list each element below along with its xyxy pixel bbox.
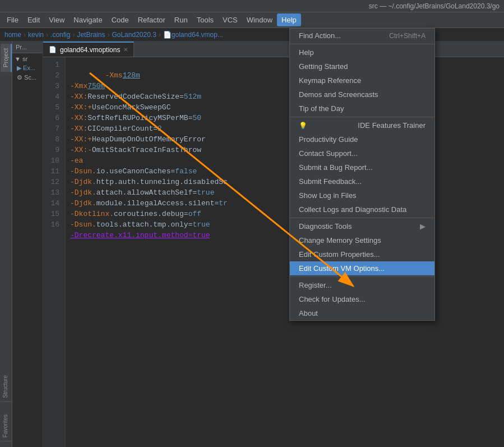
- separator-4: [290, 277, 434, 277]
- menu-edit[interactable]: Edit: [23, 13, 44, 26]
- project-panel-header: Pr...: [12, 42, 43, 53]
- menu-item-show-log[interactable]: Show Log in Files: [290, 188, 434, 202]
- ide-trainer-label: IDE Features Trainer: [358, 121, 426, 130]
- demos-label: Demos and Screencasts: [299, 90, 378, 99]
- tab-close-button[interactable]: ✕: [123, 47, 128, 53]
- check-updates-label: Check for Updates...: [299, 295, 366, 303]
- submenu-arrow-icon: ▶: [420, 222, 426, 231]
- menu-item-custom-vm[interactable]: Edit Custom VM Options...: [290, 261, 434, 275]
- custom-vm-label: Edit Custom VM Options...: [299, 264, 385, 273]
- sidebar-tab-structure[interactable]: Structure: [1, 372, 12, 402]
- contact-label: Contact Support...: [299, 149, 358, 158]
- diagnostic-tools-label: Diagnostic Tools: [299, 222, 352, 231]
- menu-file[interactable]: File: [2, 13, 23, 26]
- menu-item-contact[interactable]: Contact Support...: [290, 146, 434, 160]
- keymap-label: Keymap Reference: [299, 76, 361, 85]
- find-action-shortcut: Ctrl+Shift+A: [389, 32, 426, 40]
- menu-view[interactable]: View: [44, 13, 69, 26]
- menu-item-check-updates[interactable]: Check for Updates...: [290, 292, 434, 306]
- menu-help[interactable]: Help: [277, 13, 301, 26]
- menu-item-productivity[interactable]: Productivity Guide: [290, 132, 434, 146]
- breadcrumb-goland[interactable]: GoLand2020.3: [112, 31, 156, 39]
- menu-item-feedback[interactable]: Submit Feedback...: [290, 174, 434, 188]
- menu-tools[interactable]: Tools: [192, 13, 218, 26]
- help-dropdown-menu: Find Action... Ctrl+Shift+A Help Getting…: [289, 28, 435, 321]
- line-numbers: 1 2 3 4 5 6 7 8 9 10 11 12 13 14 15 16: [43, 57, 66, 447]
- menu-item-change-memory[interactable]: Change Memory Settings: [290, 233, 434, 247]
- breadcrumb-kevin[interactable]: kevin: [28, 31, 44, 39]
- left-sidebar: Project Structure Favorites: [0, 42, 12, 447]
- breadcrumb-jetbrains[interactable]: JetBrains: [77, 31, 105, 39]
- menu-item-collect-logs[interactable]: Collect Logs and Diagnostic Data: [290, 202, 434, 216]
- project-panel: Pr... ▼ sr ▶ Ex... ⚙ Sc...: [12, 42, 43, 447]
- menu-refactor[interactable]: Refactor: [133, 13, 170, 26]
- menu-navigate[interactable]: Navigate: [69, 13, 107, 26]
- tree-item-sc[interactable]: ⚙ Sc...: [12, 73, 43, 82]
- about-label: About: [299, 309, 318, 317]
- title-bar: src — ~/.config/JetBrains/GoLand2020.3/g…: [0, 0, 504, 12]
- ide-trainer-icon: 💡: [299, 122, 307, 130]
- custom-props-label: Edit Custom Properties...: [299, 250, 380, 259]
- menu-item-ide-trainer[interactable]: 💡 IDE Features Trainer: [290, 118, 434, 132]
- find-action-label: Find Action...: [299, 31, 341, 40]
- breadcrumb-config[interactable]: .config: [50, 31, 70, 39]
- code-content[interactable]: -Xms128m -Xmx750m -XX:ReservedCodeCacheS…: [66, 57, 504, 447]
- tab-filename: goland64.vmoptions: [60, 46, 120, 54]
- sidebar-tab-favorites[interactable]: Favorites: [1, 411, 12, 441]
- menu-item-tip[interactable]: Tip of the Day: [290, 102, 434, 116]
- menu-item-register[interactable]: Register...: [290, 278, 434, 292]
- project-panel-title: Pr...: [16, 44, 27, 50]
- menu-code[interactable]: Code: [107, 13, 133, 26]
- show-log-label: Show Log in Files: [299, 191, 357, 200]
- menu-item-custom-props[interactable]: Edit Custom Properties...: [290, 247, 434, 261]
- menu-bar: File Edit View Navigate Code Refactor Ru…: [0, 12, 504, 28]
- breadcrumb-home[interactable]: home: [4, 31, 21, 39]
- change-memory-label: Change Memory Settings: [299, 236, 381, 245]
- breadcrumb-filename[interactable]: goland64.vmop...: [172, 31, 223, 39]
- sidebar-tab-project[interactable]: Project: [1, 44, 12, 72]
- menu-item-about[interactable]: About: [290, 306, 434, 320]
- help-label: Help: [299, 48, 314, 57]
- menu-run[interactable]: Run: [170, 13, 192, 26]
- collect-logs-label: Collect Logs and Diagnostic Data: [299, 205, 406, 214]
- tip-label: Tip of the Day: [299, 104, 344, 113]
- menu-item-find-action[interactable]: Find Action... Ctrl+Shift+A: [290, 29, 434, 43]
- breadcrumb-file-icon: 📄: [163, 31, 172, 39]
- title-text: src — ~/.config/JetBrains/GoLand2020.3/g…: [369, 2, 500, 10]
- separator-3: [290, 218, 434, 218]
- feedback-label: Submit Feedback...: [299, 177, 362, 186]
- separator-2: [290, 117, 434, 117]
- menu-item-getting-started[interactable]: Getting Started: [290, 59, 434, 73]
- tree-item-sr[interactable]: ▼ sr: [12, 54, 43, 63]
- menu-vcs[interactable]: VCS: [218, 13, 242, 26]
- getting-started-label: Getting Started: [299, 62, 348, 71]
- menu-item-help[interactable]: Help: [290, 45, 434, 59]
- register-label: Register...: [299, 281, 332, 289]
- menu-item-demos[interactable]: Demos and Screencasts: [290, 87, 434, 102]
- menu-item-bug-report[interactable]: Submit a Bug Report...: [290, 160, 434, 174]
- menu-item-diagnostic-tools[interactable]: Diagnostic Tools ▶: [290, 219, 434, 233]
- menu-item-keymap[interactable]: Keymap Reference: [290, 73, 434, 87]
- separator-1: [290, 44, 434, 44]
- tree-item-ex[interactable]: ▶ Ex...: [12, 63, 43, 73]
- bug-report-label: Submit a Bug Report...: [299, 163, 373, 172]
- tab-icon: 📄: [49, 46, 57, 53]
- productivity-label: Productivity Guide: [299, 135, 358, 144]
- menu-window[interactable]: Window: [242, 13, 277, 26]
- editor-tab-vmoptions[interactable]: 📄 goland64.vmoptions ✕: [43, 42, 134, 57]
